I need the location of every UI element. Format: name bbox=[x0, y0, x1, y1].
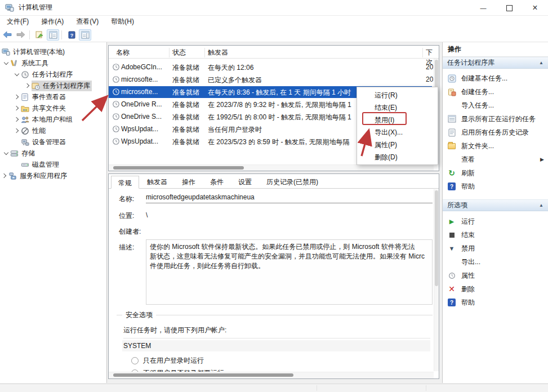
end-icon bbox=[449, 233, 455, 238]
menu-file[interactable]: 文件(F) bbox=[1, 16, 34, 28]
tree-item-storage[interactable]: 存储 bbox=[0, 148, 106, 159]
tree-item-disk-management[interactable]: 磁盘管理 bbox=[0, 159, 106, 170]
actions-panel: 操作 任务计划程序库 创建基本任务... 创建任务... 导入任务... 显示所… bbox=[442, 42, 548, 383]
tree-item-task-scheduler-library[interactable]: 任务计划程序库 bbox=[0, 80, 106, 91]
section-task-scheduler-library[interactable]: 任务计划程序库 bbox=[443, 57, 548, 69]
menu-action[interactable]: 操作(A) bbox=[35, 16, 69, 28]
context-menu-export[interactable]: 导出(X)... bbox=[357, 126, 438, 139]
action-pane-toggle[interactable] bbox=[79, 29, 91, 41]
export-list-button[interactable] bbox=[33, 29, 46, 41]
description-field-value[interactable]: 使你的 Microsoft 软件保持最新状态。如果此任务已禁用或停止，则 Mic… bbox=[146, 239, 433, 305]
action-run[interactable]: ▶ 运行 bbox=[443, 215, 548, 228]
chevron-right-icon[interactable] bbox=[14, 116, 21, 123]
back-button[interactable] bbox=[1, 29, 14, 41]
chevron-right-icon[interactable] bbox=[14, 127, 21, 135]
action-create-basic-task[interactable]: 创建基本任务... bbox=[443, 72, 548, 85]
description-field-label: 描述: bbox=[119, 243, 134, 252]
section-selected-item[interactable]: 所选项 bbox=[443, 199, 548, 211]
export-list-icon bbox=[35, 30, 44, 39]
action-help[interactable]: ? 帮助 bbox=[443, 180, 548, 193]
tab-triggers[interactable]: 触发器 bbox=[140, 175, 174, 188]
action-properties[interactable]: 属性 bbox=[443, 269, 548, 282]
location-field-value[interactable]: \ bbox=[146, 211, 433, 219]
menu-view[interactable]: 查看(V) bbox=[70, 16, 104, 28]
details-tabs: 常规 触发器 操作 条件 设置 历史记录(已禁用) bbox=[109, 175, 439, 189]
forward-button[interactable] bbox=[15, 29, 27, 41]
action-end[interactable]: 结束 bbox=[443, 228, 548, 242]
tree-item-computer-management[interactable]: 计算机管理(本地) bbox=[0, 46, 106, 57]
blank-icon bbox=[447, 155, 456, 164]
tab-general[interactable]: 常规 bbox=[111, 176, 139, 189]
creator-field-label: 创建者: bbox=[119, 227, 141, 237]
chevron-down-icon[interactable] bbox=[3, 150, 10, 157]
action-display-running-tasks[interactable]: 显示所有正在运行的任务 bbox=[443, 112, 548, 126]
help-icon: ? bbox=[448, 182, 456, 190]
menu-help[interactable]: 帮助(H) bbox=[105, 16, 140, 28]
console-tree-icon bbox=[49, 31, 57, 39]
properties-icon bbox=[448, 272, 456, 279]
tree-item-device-manager[interactable]: 设备管理器 bbox=[0, 136, 106, 148]
context-menu-properties[interactable]: 属性(P) bbox=[357, 139, 438, 151]
task-row[interactable]: microsofte... 准备就绪 已定义多个触发器 202 bbox=[109, 74, 432, 86]
action-view[interactable]: 查看 bbox=[443, 153, 548, 166]
action-import-task[interactable]: 导入任务... bbox=[443, 99, 548, 112]
column-name[interactable]: 名称 bbox=[116, 48, 130, 57]
radio-icon[interactable] bbox=[131, 357, 139, 364]
history-icon bbox=[448, 128, 456, 137]
tab-history[interactable]: 历史记录(已禁用) bbox=[260, 175, 325, 188]
tree-item-system-tools[interactable]: 系统工具 bbox=[0, 57, 106, 69]
chevron-right-icon[interactable] bbox=[14, 105, 21, 112]
list-horizontal-scrollbar[interactable] bbox=[109, 164, 434, 171]
close-button[interactable] bbox=[522, 0, 548, 16]
running-tasks-icon bbox=[448, 115, 456, 123]
back-arrow-icon bbox=[3, 31, 12, 38]
task-row[interactable]: AdobeGCIn... 准备就绪 在每天的 12:06 202 bbox=[109, 61, 432, 73]
tree-item-shared-folders[interactable]: 共享文件夹 bbox=[0, 103, 106, 114]
action-help-2[interactable]: ? 帮助 bbox=[443, 296, 548, 309]
console-tree-panel: 计算机管理(本地) 系统工具 任务计划程序 任务计划程序库 事件查看器 bbox=[0, 42, 107, 383]
chevron-right-icon[interactable] bbox=[14, 93, 21, 101]
tree-item-services-applications[interactable]: 服务和应用程序 bbox=[0, 170, 106, 181]
security-options-label: 安全选项 bbox=[122, 310, 156, 320]
chevron-down-icon[interactable] bbox=[14, 71, 21, 78]
tab-conditions[interactable]: 条件 bbox=[203, 175, 230, 188]
tab-settings[interactable]: 设置 bbox=[231, 175, 259, 188]
account-value: SYSTEM bbox=[122, 340, 430, 351]
action-disable[interactable]: ▼ 禁用 bbox=[443, 242, 548, 255]
computer-icon bbox=[2, 48, 10, 56]
column-status[interactable]: 状态 bbox=[172, 48, 186, 57]
blank-icon bbox=[447, 257, 456, 266]
action-enable-task-history[interactable]: 启用所有任务历史记录 bbox=[443, 126, 548, 139]
action-new-folder[interactable]: 新文件夹... bbox=[443, 139, 548, 153]
context-menu-run[interactable]: 运行(R) bbox=[357, 89, 438, 101]
new-folder-icon bbox=[448, 143, 456, 149]
event-log-icon bbox=[21, 93, 29, 101]
action-export[interactable]: 导出... bbox=[443, 255, 548, 269]
tree-item-event-viewer[interactable]: 事件查看器 bbox=[0, 91, 106, 103]
details-vertical-scrollbar[interactable] bbox=[434, 189, 439, 371]
tree-item-task-scheduler[interactable]: 任务计划程序 bbox=[0, 69, 106, 80]
annotation-highlight-box bbox=[362, 112, 407, 125]
details-horizontal-scrollbar[interactable] bbox=[109, 372, 434, 378]
action-create-task[interactable]: 创建任务... bbox=[443, 85, 548, 99]
tree-item-local-users-groups[interactable]: 本地用户和组 bbox=[0, 114, 106, 125]
help-button[interactable]: ? bbox=[65, 29, 78, 41]
minimize-button[interactable] bbox=[470, 0, 496, 16]
action-refresh[interactable]: ↻ 刷新 bbox=[443, 166, 548, 180]
tab-actions[interactable]: 操作 bbox=[175, 175, 202, 188]
chevron-down-icon[interactable] bbox=[3, 60, 10, 67]
task-details-panel: 常规 触发器 操作 条件 设置 历史记录(已禁用) 名称: microsofte… bbox=[108, 173, 439, 379]
name-field-value[interactable]: microsoftedgeupdatetaskmachineua bbox=[146, 193, 433, 203]
maximize-button[interactable] bbox=[496, 0, 522, 16]
column-trigger[interactable]: 触发器 bbox=[208, 48, 228, 57]
action-delete[interactable]: ✕ 删除 bbox=[443, 282, 548, 296]
context-menu-delete[interactable]: 删除(D) bbox=[357, 151, 438, 163]
basic-task-icon bbox=[448, 74, 456, 83]
radio-run-logged-on[interactable]: 只在用户登录时运行 bbox=[131, 356, 204, 366]
chevron-right-icon[interactable] bbox=[1, 172, 8, 180]
chevron-right-icon[interactable] bbox=[24, 82, 32, 90]
name-field-label: 名称: bbox=[119, 194, 134, 204]
create-task-icon bbox=[448, 88, 456, 96]
tree-item-performance[interactable]: 性能 bbox=[0, 125, 106, 136]
console-tree-toggle[interactable] bbox=[47, 29, 59, 41]
